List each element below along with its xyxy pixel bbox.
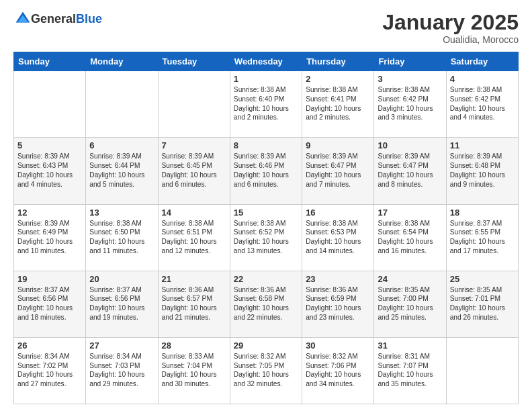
calendar-cell: 13Sunrise: 8:38 AM Sunset: 6:50 PM Dayli… [86, 204, 158, 271]
calendar-cell: 25Sunrise: 8:35 AM Sunset: 7:01 PM Dayli… [446, 271, 518, 337]
calendar-cell: 6Sunrise: 8:39 AM Sunset: 6:44 PM Daylig… [86, 138, 158, 204]
day-number: 19 [17, 274, 82, 284]
day-number: 7 [162, 140, 226, 150]
logo-text-general: General [31, 12, 76, 26]
day-info: Sunrise: 8:39 AM Sunset: 6:47 PM Dayligh… [378, 152, 442, 189]
day-info: Sunrise: 8:36 AM Sunset: 6:57 PM Dayligh… [162, 285, 226, 322]
logo-text-blue: Blue [76, 12, 102, 26]
calendar-cell [86, 71, 158, 138]
weekday-header-thursday: Thursday [302, 52, 374, 71]
day-info: Sunrise: 8:38 AM Sunset: 6:52 PM Dayligh… [234, 219, 298, 256]
day-number: 20 [89, 274, 154, 284]
day-info: Sunrise: 8:38 AM Sunset: 6:53 PM Dayligh… [306, 219, 370, 256]
day-number: 8 [234, 140, 298, 150]
day-info: Sunrise: 8:39 AM Sunset: 6:44 PM Dayligh… [89, 152, 154, 189]
day-info: Sunrise: 8:39 AM Sunset: 6:43 PM Dayligh… [17, 152, 82, 189]
calendar-cell: 31Sunrise: 8:31 AM Sunset: 7:07 PM Dayli… [374, 337, 446, 404]
day-number: 14 [162, 208, 226, 218]
calendar-cell: 27Sunrise: 8:34 AM Sunset: 7:03 PM Dayli… [86, 337, 158, 404]
day-number: 6 [89, 140, 154, 150]
day-number: 4 [450, 74, 515, 84]
week-row-3: 12Sunrise: 8:39 AM Sunset: 6:49 PM Dayli… [14, 204, 519, 271]
calendar-cell: 29Sunrise: 8:32 AM Sunset: 7:05 PM Dayli… [230, 337, 302, 404]
calendar-cell: 20Sunrise: 8:37 AM Sunset: 6:56 PM Dayli… [86, 271, 158, 337]
calendar-cell: 12Sunrise: 8:39 AM Sunset: 6:49 PM Dayli… [14, 204, 86, 271]
weekday-header-sunday: Sunday [14, 52, 86, 71]
day-info: Sunrise: 8:32 AM Sunset: 7:06 PM Dayligh… [306, 352, 370, 389]
header: GeneralBlue January 2025 Oualidia, Moroc… [13, 11, 519, 45]
day-number: 22 [234, 274, 298, 284]
day-number: 29 [234, 340, 298, 351]
calendar-cell [14, 71, 86, 138]
day-info: Sunrise: 8:39 AM Sunset: 6:47 PM Dayligh… [306, 152, 370, 189]
day-number: 27 [89, 340, 154, 351]
calendar-cell: 18Sunrise: 8:37 AM Sunset: 6:55 PM Dayli… [446, 204, 518, 271]
logo-icon [15, 11, 31, 27]
day-info: Sunrise: 8:38 AM Sunset: 6:51 PM Dayligh… [162, 219, 226, 256]
calendar-cell: 11Sunrise: 8:39 AM Sunset: 6:48 PM Dayli… [446, 138, 518, 204]
calendar-cell: 10Sunrise: 8:39 AM Sunset: 6:47 PM Dayli… [374, 138, 446, 204]
calendar-cell: 28Sunrise: 8:33 AM Sunset: 7:04 PM Dayli… [158, 337, 230, 404]
calendar-cell: 21Sunrise: 8:36 AM Sunset: 6:57 PM Dayli… [158, 271, 230, 337]
day-number: 9 [306, 140, 370, 150]
week-row-2: 5Sunrise: 8:39 AM Sunset: 6:43 PM Daylig… [14, 138, 519, 204]
month-title: January 2025 [382, 11, 519, 34]
day-number: 5 [17, 140, 82, 150]
logo: GeneralBlue [13, 11, 102, 27]
day-number: 1 [234, 74, 298, 84]
calendar-cell: 9Sunrise: 8:39 AM Sunset: 6:47 PM Daylig… [302, 138, 374, 204]
calendar-cell [158, 71, 230, 138]
day-number: 10 [378, 140, 442, 150]
day-info: Sunrise: 8:32 AM Sunset: 7:05 PM Dayligh… [234, 352, 298, 389]
calendar-cell: 23Sunrise: 8:36 AM Sunset: 6:59 PM Dayli… [302, 271, 374, 337]
week-row-5: 26Sunrise: 8:34 AM Sunset: 7:02 PM Dayli… [14, 337, 519, 404]
page: GeneralBlue January 2025 Oualidia, Moroc… [0, 0, 532, 411]
day-number: 24 [378, 274, 442, 284]
day-info: Sunrise: 8:38 AM Sunset: 6:42 PM Dayligh… [450, 85, 515, 122]
weekday-header-monday: Monday [86, 52, 158, 71]
calendar-cell: 3Sunrise: 8:38 AM Sunset: 6:42 PM Daylig… [374, 71, 446, 138]
day-info: Sunrise: 8:38 AM Sunset: 6:41 PM Dayligh… [306, 85, 370, 122]
title-section: January 2025 Oualidia, Morocco [382, 11, 519, 45]
calendar-cell: 22Sunrise: 8:36 AM Sunset: 6:58 PM Dayli… [230, 271, 302, 337]
week-row-1: 1Sunrise: 8:38 AM Sunset: 6:40 PM Daylig… [14, 71, 519, 138]
day-number: 26 [17, 340, 82, 351]
day-info: Sunrise: 8:34 AM Sunset: 7:02 PM Dayligh… [17, 352, 82, 389]
day-info: Sunrise: 8:35 AM Sunset: 7:01 PM Dayligh… [450, 285, 515, 322]
calendar-cell: 1Sunrise: 8:38 AM Sunset: 6:40 PM Daylig… [230, 71, 302, 138]
day-info: Sunrise: 8:39 AM Sunset: 6:48 PM Dayligh… [450, 152, 515, 189]
calendar-cell: 26Sunrise: 8:34 AM Sunset: 7:02 PM Dayli… [14, 337, 86, 404]
day-info: Sunrise: 8:36 AM Sunset: 6:58 PM Dayligh… [234, 285, 298, 322]
day-info: Sunrise: 8:36 AM Sunset: 6:59 PM Dayligh… [306, 285, 370, 322]
day-info: Sunrise: 8:39 AM Sunset: 6:49 PM Dayligh… [17, 219, 82, 256]
day-number: 13 [89, 208, 154, 218]
day-info: Sunrise: 8:38 AM Sunset: 6:50 PM Dayligh… [89, 219, 154, 256]
weekday-header-friday: Friday [374, 52, 446, 71]
week-row-4: 19Sunrise: 8:37 AM Sunset: 6:56 PM Dayli… [14, 271, 519, 337]
calendar-cell: 4Sunrise: 8:38 AM Sunset: 6:42 PM Daylig… [446, 71, 518, 138]
calendar-cell: 24Sunrise: 8:35 AM Sunset: 7:00 PM Dayli… [374, 271, 446, 337]
weekday-header-row: SundayMondayTuesdayWednesdayThursdayFrid… [14, 52, 519, 71]
day-info: Sunrise: 8:37 AM Sunset: 6:56 PM Dayligh… [89, 285, 154, 322]
day-number: 17 [378, 208, 442, 218]
calendar-cell: 8Sunrise: 8:39 AM Sunset: 6:46 PM Daylig… [230, 138, 302, 204]
calendar-cell: 5Sunrise: 8:39 AM Sunset: 6:43 PM Daylig… [14, 138, 86, 204]
day-number: 12 [17, 208, 82, 218]
day-info: Sunrise: 8:38 AM Sunset: 6:40 PM Dayligh… [234, 85, 298, 122]
day-number: 23 [306, 274, 370, 284]
day-number: 3 [378, 74, 442, 84]
calendar-cell: 15Sunrise: 8:38 AM Sunset: 6:52 PM Dayli… [230, 204, 302, 271]
calendar-cell: 2Sunrise: 8:38 AM Sunset: 6:41 PM Daylig… [302, 71, 374, 138]
weekday-header-saturday: Saturday [446, 52, 518, 71]
day-info: Sunrise: 8:31 AM Sunset: 7:07 PM Dayligh… [378, 352, 442, 389]
calendar-cell: 16Sunrise: 8:38 AM Sunset: 6:53 PM Dayli… [302, 204, 374, 271]
day-number: 21 [162, 274, 226, 284]
weekday-header-wednesday: Wednesday [230, 52, 302, 71]
day-number: 15 [234, 208, 298, 218]
day-info: Sunrise: 8:35 AM Sunset: 7:00 PM Dayligh… [378, 285, 442, 322]
calendar-cell: 17Sunrise: 8:38 AM Sunset: 6:54 PM Dayli… [374, 204, 446, 271]
day-info: Sunrise: 8:33 AM Sunset: 7:04 PM Dayligh… [162, 352, 226, 389]
day-number: 25 [450, 274, 515, 284]
location: Oualidia, Morocco [382, 34, 519, 45]
day-number: 2 [306, 74, 370, 84]
